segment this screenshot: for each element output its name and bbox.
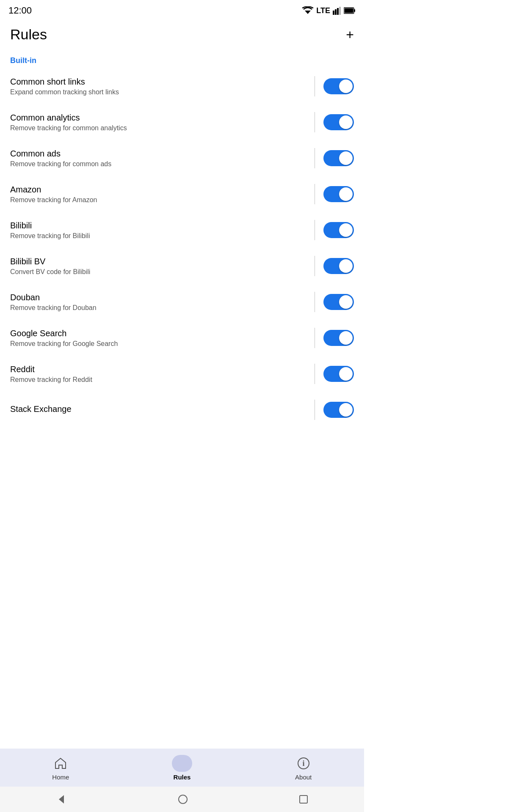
rule-item: Google SearchRemove tracking for Google … xyxy=(0,320,364,356)
svg-marker-0 xyxy=(305,11,311,14)
rule-item: AmazonRemove tracking for Amazon xyxy=(0,176,364,212)
rule-item: BilibiliRemove tracking for Bilibili xyxy=(0,212,364,248)
signal-icon xyxy=(333,6,341,15)
rule-desc: Expand common tracking short links xyxy=(10,88,308,96)
toggle-switch[interactable] xyxy=(323,366,354,382)
rule-desc: Remove tracking for Bilibili xyxy=(10,232,308,240)
toggle-switch[interactable] xyxy=(323,330,354,346)
lte-label: LTE xyxy=(316,6,330,15)
rule-item: Stack Exchange xyxy=(0,392,364,428)
rule-divider xyxy=(315,256,315,276)
toggle-switch[interactable] xyxy=(323,258,354,274)
rule-name: Bilibili BV xyxy=(10,257,308,266)
rule-item: Common short linksExpand common tracking… xyxy=(0,69,364,104)
rule-item-content: Common adsRemove tracking for common ads xyxy=(10,149,315,168)
rule-name: Douban xyxy=(10,293,308,302)
rule-item-content: Stack Exchange xyxy=(10,404,315,416)
rule-name: Google Search xyxy=(10,329,308,338)
svg-rect-1 xyxy=(333,11,334,15)
rule-divider xyxy=(315,400,315,420)
toggle-switch[interactable] xyxy=(323,186,354,202)
rule-item: DoubanRemove tracking for Douban xyxy=(0,284,364,320)
rule-item: Common adsRemove tracking for common ads xyxy=(0,140,364,176)
rule-name: Common ads xyxy=(10,149,308,159)
wifi-icon xyxy=(302,6,314,15)
rule-desc: Remove tracking for Google Search xyxy=(10,340,308,348)
rule-item-content: RedditRemove tracking for Reddit xyxy=(10,365,315,384)
content-area: Built-in Common short linksExpand common… xyxy=(0,49,364,496)
rule-divider xyxy=(315,220,315,240)
rule-divider xyxy=(315,112,315,132)
rule-desc: Remove tracking for Amazon xyxy=(10,196,308,204)
rule-divider xyxy=(315,76,315,96)
status-bar: 12:00 LTE xyxy=(0,0,364,19)
toggle-switch[interactable] xyxy=(323,222,354,238)
status-icons: LTE xyxy=(302,6,356,15)
toggle-switch[interactable] xyxy=(323,78,354,94)
toggle-switch[interactable] xyxy=(323,402,354,418)
svg-rect-4 xyxy=(339,7,341,15)
rule-name: Common analytics xyxy=(10,113,308,123)
rule-item-content: BilibiliRemove tracking for Bilibili xyxy=(10,221,315,240)
rule-item-content: Bilibili BVConvert BV code for Bilibili xyxy=(10,257,315,276)
rule-list: Common short linksExpand common tracking… xyxy=(0,69,364,428)
page-title: Rules xyxy=(10,26,47,43)
svg-rect-6 xyxy=(354,9,355,12)
rule-item: Bilibili BVConvert BV code for Bilibili xyxy=(0,248,364,284)
rule-item-content: Google SearchRemove tracking for Google … xyxy=(10,329,315,348)
rule-item: RedditRemove tracking for Reddit xyxy=(0,356,364,392)
rule-divider xyxy=(315,364,315,384)
rule-item-content: DoubanRemove tracking for Douban xyxy=(10,293,315,312)
status-time: 12:00 xyxy=(8,5,32,16)
rule-item: Common analyticsRemove tracking for comm… xyxy=(0,104,364,140)
rule-name: Stack Exchange xyxy=(10,404,308,414)
rule-item-content: Common analyticsRemove tracking for comm… xyxy=(10,113,315,132)
toggle-switch[interactable] xyxy=(323,114,354,130)
rule-desc: Remove tracking for Douban xyxy=(10,304,308,312)
rule-name: Reddit xyxy=(10,365,308,374)
svg-rect-3 xyxy=(337,8,339,15)
rule-desc: Remove tracking for Reddit xyxy=(10,376,308,384)
add-rule-button[interactable]: + xyxy=(346,28,354,41)
svg-rect-7 xyxy=(345,8,353,13)
rule-desc: Remove tracking for common analytics xyxy=(10,124,308,132)
battery-icon xyxy=(344,7,356,14)
rule-divider xyxy=(315,184,315,204)
rule-name: Amazon xyxy=(10,185,308,195)
rule-divider xyxy=(315,328,315,348)
rule-divider xyxy=(315,148,315,168)
rule-item-content: AmazonRemove tracking for Amazon xyxy=(10,185,315,204)
toggle-switch[interactable] xyxy=(323,294,354,310)
rule-item-content: Common short linksExpand common tracking… xyxy=(10,77,315,96)
section-label-builtin: Built-in xyxy=(0,49,364,69)
rule-name: Common short links xyxy=(10,77,308,87)
rule-divider xyxy=(315,292,315,312)
svg-rect-2 xyxy=(335,9,337,15)
rule-desc: Remove tracking for common ads xyxy=(10,160,308,168)
page-header: Rules + xyxy=(0,19,364,49)
rule-name: Bilibili xyxy=(10,221,308,230)
toggle-switch[interactable] xyxy=(323,150,354,166)
rule-desc: Convert BV code for Bilibili xyxy=(10,268,308,276)
